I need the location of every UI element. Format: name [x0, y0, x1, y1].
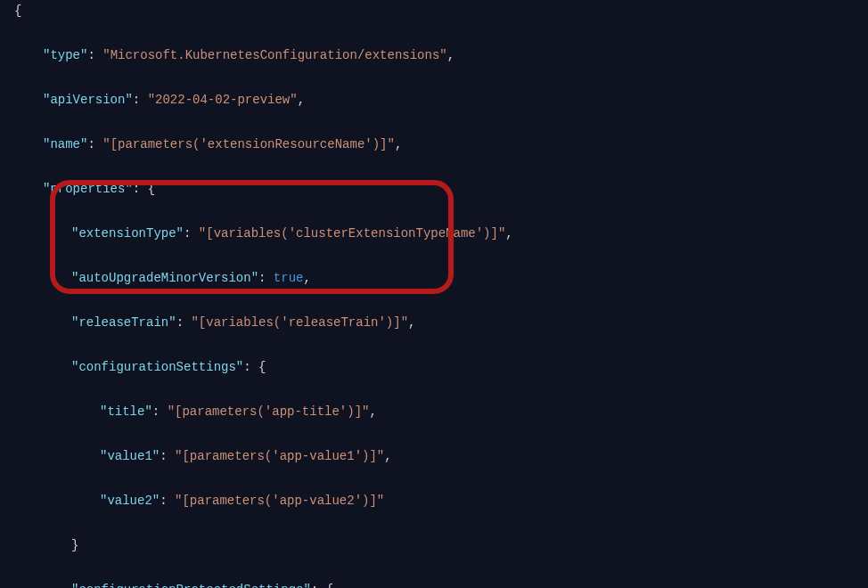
json-key: "configurationSettings": [71, 360, 243, 374]
code-line: "releaseTrain": "[variables('releaseTrai…: [14, 312, 868, 334]
json-bool: true: [274, 271, 304, 285]
code-line: "extensionType": "[variables('clusterExt…: [14, 223, 868, 245]
json-string: "[parameters('app-value1')]": [175, 449, 384, 463]
json-string: "[parameters('app-value2')]": [175, 494, 384, 508]
json-string: "[variables('clusterExtensionTypeName')]…: [199, 226, 505, 241]
code-block[interactable]: { "type": "Microsoft.KubernetesConfigura…: [14, 0, 868, 588]
code-line: "value2": "[parameters('app-value2')]": [14, 490, 868, 512]
json-key: "title": [100, 404, 152, 419]
json-key: "value2": [100, 494, 160, 508]
json-key: "releaseTrain": [71, 315, 176, 330]
json-string: "[variables('releaseTrain')]": [191, 315, 408, 330]
code-line: "type": "Microsoft.KubernetesConfigurati…: [14, 45, 868, 67]
code-line: "title": "[parameters('app-title')]",: [14, 401, 868, 423]
code-line: }: [14, 535, 868, 557]
json-string: "[parameters('app-title')]": [168, 404, 370, 419]
brace: {: [14, 4, 21, 18]
json-string: "[parameters('extensionResourceName')]": [102, 137, 395, 151]
code-line: "configurationSettings": {: [14, 356, 868, 379]
json-key: "apiVersion": [43, 93, 133, 107]
json-string: "2022-04-02-preview": [148, 93, 298, 107]
json-key: "properties": [43, 182, 133, 196]
json-string: "Microsoft.KubernetesConfiguration/exten…: [102, 48, 446, 62]
json-key: "type": [43, 48, 87, 62]
code-line: "properties": {: [14, 178, 868, 200]
code-line: "autoUpgradeMinorVersion": true,: [14, 267, 868, 290]
json-key: "value1": [100, 449, 160, 463]
code-line: "value1": "[parameters('app-value1')]",: [14, 445, 868, 468]
code-line: "apiVersion": "2022-04-02-preview",: [14, 89, 868, 111]
code-line: {: [14, 0, 868, 22]
code-line: "name": "[parameters('extensionResourceN…: [14, 134, 868, 156]
json-key: "configurationProtectedSettings": [71, 583, 311, 588]
code-line: "configurationProtectedSettings": {: [14, 579, 868, 588]
json-key: "extensionType": [71, 226, 184, 241]
json-key: "name": [43, 137, 87, 151]
json-key: "autoUpgradeMinorVersion": [71, 271, 258, 285]
